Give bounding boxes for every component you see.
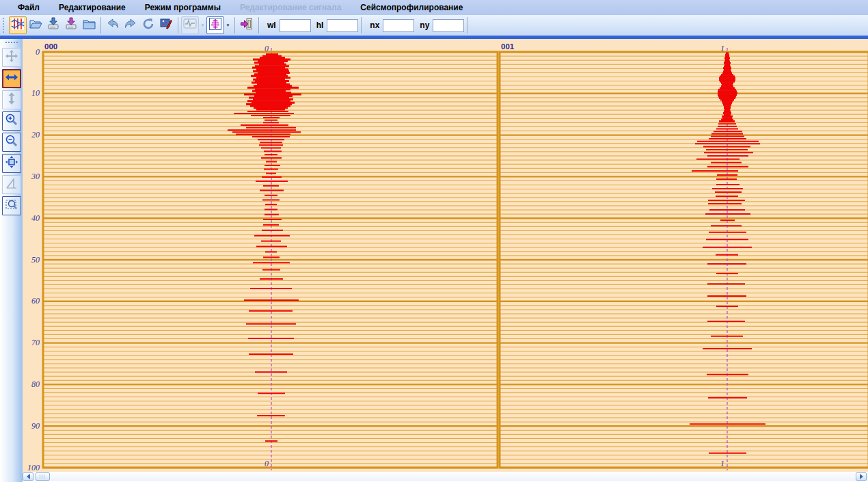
exit-button[interactable]	[238, 16, 256, 34]
toolbar-grip[interactable]	[3, 18, 6, 33]
axis-tick-label: 90	[31, 421, 40, 431]
redo-button[interactable]	[122, 16, 139, 34]
edit-image-icon	[159, 17, 173, 34]
toolbar-separator	[361, 17, 362, 34]
seismic-view-button[interactable]	[9, 16, 27, 34]
scrollbar-thumb[interactable]	[36, 472, 50, 481]
pan-button	[2, 48, 21, 67]
edit-image-button[interactable]	[157, 16, 175, 34]
wI-input[interactable]	[280, 19, 311, 32]
seismic-plot-canvas[interactable]: 00000001110102030405060708090100	[23, 39, 868, 472]
trace-display-icon	[208, 17, 222, 34]
signal-view-dropdown: ▼	[199, 16, 206, 34]
menu-edit[interactable]: Редактирование	[49, 1, 135, 14]
chevron-right-icon	[860, 474, 863, 479]
folder-icon	[82, 17, 96, 34]
reset-icon	[141, 17, 155, 34]
redo-icon	[124, 17, 137, 34]
trace-top-label: 0	[265, 44, 269, 53]
menu-seismic-profiling[interactable]: Сейсмопрофилирование	[351, 1, 472, 14]
zoom-in-button[interactable]	[2, 111, 21, 131]
axis-tick-label: 80	[31, 379, 40, 389]
axis-tick-label: 100	[27, 463, 40, 472]
nx-input[interactable]	[383, 19, 414, 32]
scale-vertical-button	[2, 90, 21, 109]
vertical-arrow-icon	[5, 92, 18, 108]
axis-tick-label: 40	[31, 213, 40, 223]
trace-bottom-label: 1	[720, 459, 724, 468]
save-to-disk-icon	[64, 17, 78, 34]
field-label-ny: ny	[420, 21, 429, 30]
tools-sidebar	[0, 39, 23, 482]
toolbar-separator	[100, 17, 101, 34]
panel-id-label: 001	[501, 42, 515, 51]
panel-id-label: 000	[44, 42, 57, 51]
toolbar-separator	[234, 17, 235, 34]
fit-to-window-icon	[5, 155, 18, 172]
dropdown-arrow-icon: ▼	[201, 23, 205, 27]
field-label-hI: hI	[316, 21, 324, 30]
load-from-disk-icon	[46, 17, 60, 34]
axis-tick-label: 10	[31, 88, 40, 98]
toolbar-separator	[467, 17, 467, 34]
trace-bottom-label: 0	[265, 459, 269, 468]
exit-door-icon	[240, 17, 254, 34]
fit-to-window-button[interactable]	[2, 154, 21, 173]
field-label-wI: wI	[267, 21, 276, 30]
ny-input[interactable]	[433, 19, 464, 32]
axis-tick-label: 70	[31, 338, 40, 347]
axis-tick-label: 0	[36, 47, 40, 57]
load-from-disk-button[interactable]	[44, 16, 62, 34]
horizontal-scrollbar[interactable]	[23, 472, 868, 481]
sidebar-grip[interactable]	[5, 42, 18, 45]
zoom-out-button[interactable]	[2, 133, 21, 152]
scroll-left-button[interactable]	[23, 472, 33, 481]
hI-input[interactable]	[327, 19, 358, 32]
zoom-selection-icon	[5, 198, 18, 214]
signal-view-button	[181, 16, 199, 34]
axis-tick-label: 20	[31, 130, 40, 139]
field-label-nx: nx	[370, 21, 379, 30]
trace-display-dropdown[interactable]: ▼	[224, 16, 232, 34]
signal-waveform-icon	[183, 17, 197, 34]
trace-display-button[interactable]	[206, 16, 224, 34]
thumb-grip-icon	[40, 474, 46, 479]
open-folder-icon	[29, 17, 42, 34]
axis-tick-label: 60	[31, 296, 40, 306]
menu-bar: Файл Редактирование Режим программы Реда…	[0, 0, 868, 15]
save-to-disk-button[interactable]	[62, 16, 80, 34]
dropdown-arrow-icon: ▼	[226, 23, 230, 27]
trace-top-label: 1	[720, 44, 724, 53]
line-chart-icon	[5, 176, 18, 193]
menu-file[interactable]: Файл	[8, 1, 49, 14]
seismic-view-icon	[11, 17, 25, 34]
scale-horizontal-button[interactable]	[2, 69, 21, 88]
axis-tick-label: 50	[31, 255, 40, 265]
folder-button[interactable]	[80, 16, 98, 34]
chevron-left-icon	[27, 474, 30, 479]
toolbar: ▼ ▼ wI hI nx ny	[0, 15, 868, 36]
undo-button[interactable]	[104, 16, 122, 34]
axis-tick-label: 30	[31, 172, 40, 181]
menu-program-mode[interactable]: Режим программы	[135, 1, 230, 14]
zoom-selection-button[interactable]	[2, 196, 21, 215]
scroll-right-button[interactable]	[856, 472, 867, 481]
zoom-out-icon	[5, 134, 18, 150]
menu-signal-editing: Редактирование сигнала	[230, 1, 351, 14]
horizontal-arrow-icon	[5, 70, 18, 87]
toolbar-separator	[258, 17, 259, 34]
open-folder-button[interactable]	[27, 16, 44, 34]
undo-icon	[106, 17, 120, 34]
zoom-in-icon	[5, 113, 18, 129]
line-mode-button	[2, 175, 21, 194]
toolbar-separator	[178, 17, 178, 34]
reset-button[interactable]	[139, 16, 157, 34]
pan-icon	[5, 49, 18, 66]
